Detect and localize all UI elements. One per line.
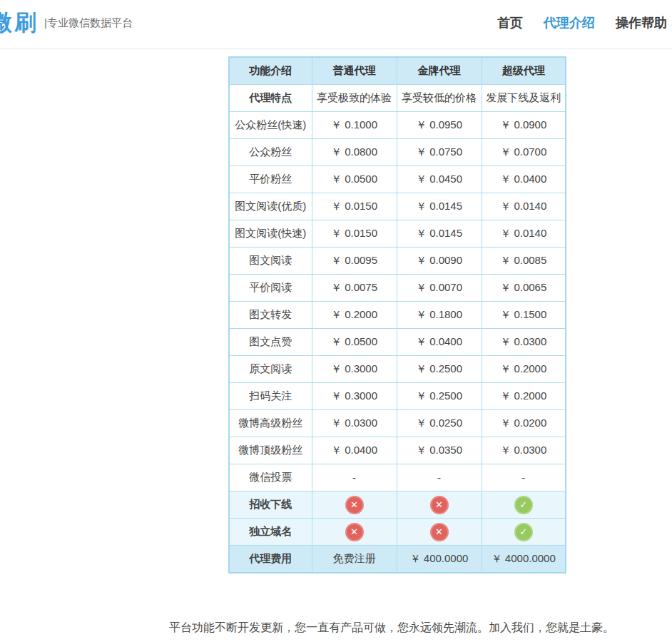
table-row: 招收下线✕✕✓ — [229, 491, 566, 519]
price-cell: ￥ 0.0450 — [397, 166, 482, 193]
table-header-row: 功能介绍 普通代理 金牌代理 超级代理 — [229, 57, 566, 85]
table-row: 微博顶级粉丝￥ 0.0400￥ 0.0350￥ 0.0300 — [229, 437, 566, 464]
cross-icon: ✕ — [345, 496, 364, 514]
table-row: 平价阅读￥ 0.0075￥ 0.0070￥ 0.0065 — [229, 275, 566, 302]
price-cell: ￥ 0.0250 — [397, 410, 482, 437]
row-label-link[interactable]: 图文阅读(快速) — [229, 220, 312, 248]
check-icon: ✓ — [514, 496, 533, 514]
price-cell: ￥ 0.0090 — [397, 248, 482, 275]
row-label: 独立域名 — [229, 519, 312, 546]
table-row: 原文阅读￥ 0.3000￥ 0.2500￥ 0.2000 — [229, 356, 566, 383]
row-label-link[interactable]: 微信投票 — [229, 464, 312, 491]
price-cell: ￥ 0.0950 — [397, 112, 482, 139]
price-cell: ￥ 0.0800 — [312, 139, 397, 166]
row-label-link[interactable]: 微博高级粉丝 — [229, 410, 312, 437]
feature-cell: 享受极致的体验 — [312, 85, 397, 112]
site-logo[interactable]: 微刷 — [0, 8, 39, 38]
price-cell: ￥ 0.0065 — [482, 275, 566, 302]
price-cell: ￥ 0.0085 — [482, 248, 566, 275]
price-cell: - — [312, 464, 397, 491]
price-cell: ￥ 0.0150 — [312, 193, 397, 220]
site-tagline: |专业微信数据平台 — [44, 16, 133, 30]
feature-cell: 享受较低的价格 — [397, 85, 482, 112]
price-cell: ￥ 0.0500 — [312, 329, 397, 356]
price-cell: ￥ 0.0700 — [482, 139, 566, 166]
nav-item-help[interactable]: 操作帮助 — [616, 14, 667, 31]
row-label: 代理特点 — [229, 85, 312, 112]
cross-icon: ✕ — [430, 523, 449, 541]
status-cell: ✕ — [397, 519, 482, 546]
price-cell: ￥ 0.1000 — [312, 112, 397, 139]
price-cell: ￥ 0.0070 — [397, 275, 482, 302]
row-label-link[interactable]: 图文阅读(优质) — [229, 193, 312, 220]
price-cell: ￥ 0.0350 — [397, 437, 482, 464]
row-label-link[interactable]: 原文阅读 — [229, 356, 312, 383]
row-label-link[interactable]: 平价阅读 — [229, 275, 312, 302]
price-cell: ￥ 0.0900 — [482, 112, 566, 139]
table-row: 图文阅读(快速)￥ 0.0150￥ 0.0145￥ 0.0140 — [229, 220, 566, 248]
table-row: 公众粉丝(快速)￥ 0.1000￥ 0.0950￥ 0.0900 — [229, 112, 566, 139]
table-row: 独立域名✕✕✓ — [229, 519, 566, 546]
price-cell: ￥ 0.2500 — [397, 383, 482, 410]
price-cell: ￥ 0.0075 — [312, 275, 397, 302]
fee-cell: 免费注册 — [312, 546, 397, 574]
row-label-link[interactable]: 平价粉丝 — [229, 166, 312, 193]
price-cell: ￥ 0.0300 — [482, 437, 566, 464]
price-cell: ￥ 0.0140 — [482, 193, 566, 220]
footer-note: 平台功能不断开发更新，您一直有产品可做，您永远领先潮流。加入我们，您就是土豪。 — [169, 621, 614, 636]
table-row: 公众粉丝￥ 0.0800￥ 0.0750￥ 0.0700 — [229, 139, 566, 166]
price-cell: ￥ 0.1500 — [482, 302, 566, 329]
price-cell: ￥ 0.3000 — [312, 383, 397, 410]
column-header-gold-agent: 金牌代理 — [397, 57, 482, 85]
row-label: 招收下线 — [229, 491, 312, 519]
table-row: 微博高级粉丝￥ 0.0300￥ 0.0250￥ 0.0200 — [229, 410, 566, 437]
price-cell: ￥ 0.0300 — [312, 410, 397, 437]
page: 微刷 |专业微信数据平台 首页 代理介绍 操作帮助 功能介绍 普通代理 金牌代理… — [0, 0, 672, 642]
status-cell: ✕ — [312, 491, 397, 519]
row-label-link[interactable]: 图文阅读 — [229, 248, 312, 275]
nav-item-home[interactable]: 首页 — [497, 14, 523, 31]
price-cell: ￥ 0.0400 — [312, 437, 397, 464]
pricing-table: 功能介绍 普通代理 金牌代理 超级代理 代理特点享受极致的体验享受较低的价格发展… — [228, 56, 566, 574]
price-cell: ￥ 0.2000 — [482, 356, 566, 383]
table-row: 图文阅读￥ 0.0095￥ 0.0090￥ 0.0085 — [229, 248, 566, 275]
price-cell: - — [397, 464, 482, 491]
row-label-link[interactable]: 图文点赞 — [229, 329, 312, 356]
table-row-agent-features: 代理特点享受极致的体验享受较低的价格发展下线及返利 — [229, 85, 566, 112]
fee-cell: ￥ 4000.0000 — [482, 546, 566, 574]
row-label-link[interactable]: 扫码关注 — [229, 383, 312, 410]
nav-item-agent-intro[interactable]: 代理介绍 — [544, 14, 595, 31]
table-row: 图文阅读(优质)￥ 0.0150￥ 0.0145￥ 0.0140 — [229, 193, 566, 220]
table-row: 图文点赞￥ 0.0500￥ 0.0400￥ 0.0300 — [229, 329, 566, 356]
price-cell: ￥ 0.0145 — [397, 220, 482, 248]
fee-cell: ￥ 400.0000 — [397, 546, 482, 574]
main-nav: 首页 代理介绍 操作帮助 — [497, 14, 667, 31]
price-cell: ￥ 0.3000 — [312, 356, 397, 383]
price-cell: ￥ 0.0140 — [482, 220, 566, 248]
table-row: 扫码关注￥ 0.3000￥ 0.2500￥ 0.2000 — [229, 383, 566, 410]
status-cell: ✓ — [482, 519, 566, 546]
price-cell: ￥ 0.0095 — [312, 248, 397, 275]
price-cell: ￥ 0.0150 — [312, 220, 397, 248]
row-label-link[interactable]: 微博顶级粉丝 — [229, 437, 312, 464]
price-cell: ￥ 0.0400 — [397, 329, 482, 356]
price-cell: ￥ 0.1800 — [397, 302, 482, 329]
row-label-link[interactable]: 公众粉丝 — [229, 139, 312, 166]
site-header: 微刷 |专业微信数据平台 首页 代理介绍 操作帮助 — [0, 0, 672, 49]
price-cell: ￥ 0.2000 — [482, 383, 566, 410]
price-cell: ￥ 0.0500 — [312, 166, 397, 193]
table-row: 图文转发￥ 0.2000￥ 0.1800￥ 0.1500 — [229, 302, 566, 329]
price-cell: ￥ 0.2500 — [397, 356, 482, 383]
price-cell: ￥ 0.0200 — [482, 410, 566, 437]
row-label-link[interactable]: 公众粉丝(快速) — [229, 112, 312, 139]
status-cell: ✓ — [482, 491, 566, 519]
feature-cell: 发展下线及返利 — [482, 85, 566, 112]
price-cell: ￥ 0.0145 — [397, 193, 482, 220]
column-header-super-agent: 超级代理 — [482, 57, 566, 85]
price-cell: ￥ 0.2000 — [312, 302, 397, 329]
table-row-agent-fee: 代理费用免费注册￥ 400.0000￥ 4000.0000 — [229, 546, 566, 574]
status-cell: ✕ — [312, 519, 397, 546]
row-label-link[interactable]: 图文转发 — [229, 302, 312, 329]
price-cell: ￥ 0.0750 — [397, 139, 482, 166]
price-cell: - — [482, 464, 566, 491]
